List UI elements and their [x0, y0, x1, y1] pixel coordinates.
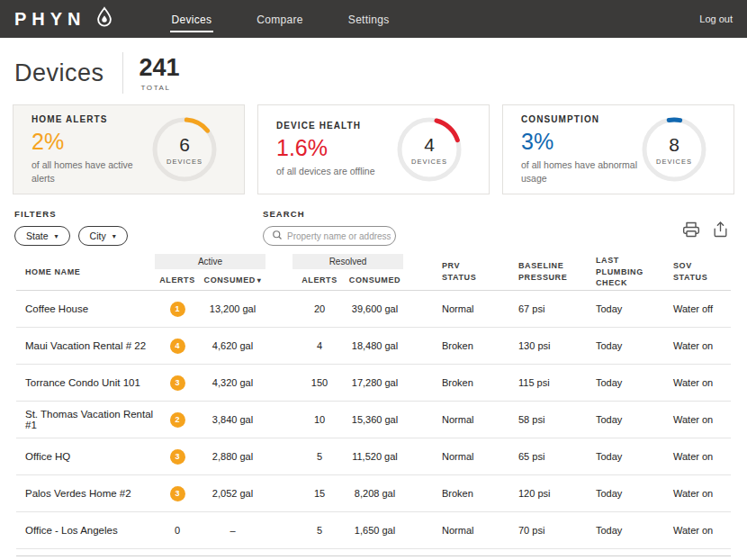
active-alerts-cell: 2	[155, 412, 200, 428]
resolved-consumed-cell: 1,650 gal	[346, 525, 403, 536]
active-alerts-cell: 4	[155, 339, 200, 354]
table-row[interactable]: Office - Los Angeles0–51,650 galNormal70…	[16, 512, 731, 549]
prv-status-cell: Broken	[442, 488, 518, 499]
chevron-down-icon: ▾	[55, 232, 58, 240]
device-health-card[interactable]: DEVICE HEALTH 1.6% of all devices are of…	[257, 104, 490, 194]
col-baseline-pressure[interactable]: BASELINE PRESSURE	[518, 260, 596, 283]
nav-links: Devices Compare Settings	[170, 6, 392, 32]
resolved-consumed-cell: 15,360 gal	[346, 414, 403, 425]
active-group-header: Active	[155, 254, 266, 269]
table-bottom-divider	[16, 555, 731, 556]
table-row[interactable]: Maui Vacation Rental # 2244,620 gal418,4…	[16, 328, 731, 365]
card-label: DEVICE HEALTH	[276, 121, 375, 131]
export-share-button[interactable]	[712, 221, 729, 242]
col-active-alerts[interactable]: ALERTS	[155, 275, 200, 285]
brand-logo[interactable]: PHYN	[14, 6, 114, 32]
col-prv-status[interactable]: PRV STATUS	[442, 260, 518, 283]
col-active-consumed[interactable]: CONSUMED▾	[200, 275, 266, 285]
table-row[interactable]: Palos Verdes Home #232,052 gal158,208 ga…	[16, 475, 731, 512]
gauge-caption: DEVICES	[411, 158, 447, 166]
last-plumbing-check-cell: Today	[596, 303, 673, 314]
sov-status-cell: Water on	[673, 414, 731, 425]
sov-status-cell: Water on	[673, 340, 731, 351]
nav-tab-settings[interactable]: Settings	[346, 6, 392, 32]
col-last-plumbing-check[interactable]: LAST PLUMBING CHECK	[596, 255, 673, 289]
home-name-cell: Office - Los Angeles	[16, 525, 155, 536]
sov-status-cell: Water on	[673, 451, 731, 462]
city-filter-dropdown[interactable]: City ▾	[78, 226, 128, 246]
top-nav: PHYN Devices Compare Settings Log out	[0, 0, 747, 38]
card-description: of all devices are offline	[276, 165, 375, 177]
active-consumed-cell: 2,880 gal	[200, 451, 266, 462]
last-plumbing-check-cell: Today	[596, 340, 673, 351]
resolved-alerts-cell: 5	[292, 451, 346, 462]
card-percent: 1.6%	[276, 135, 375, 161]
home-name-cell: Maui Vacation Rental # 22	[16, 340, 155, 351]
gauge-caption: DEVICES	[166, 158, 202, 166]
state-filter-dropdown[interactable]: State ▾	[14, 226, 70, 246]
alert-count-badge: 3	[170, 375, 185, 391]
resolved-alerts-cell: 15	[292, 488, 346, 499]
home-alerts-card[interactable]: HOME ALERTS 2% of all homes have active …	[13, 104, 245, 194]
card-label: CONSUMPTION	[521, 114, 638, 124]
baseline-pressure-cell: 67 psi	[518, 303, 596, 314]
chevron-down-icon: ▾	[112, 232, 116, 240]
table-row[interactable]: Coffee House113,200 gal2039,600 galNorma…	[16, 291, 731, 328]
baseline-pressure-cell: 120 psi	[518, 488, 596, 499]
active-consumed-cell: 13,200 gal	[200, 303, 266, 314]
search-input[interactable]	[287, 231, 391, 241]
state-filter-value: State	[26, 230, 49, 241]
last-plumbing-check-cell: Today	[596, 488, 673, 499]
last-plumbing-check-cell: Today	[596, 525, 673, 536]
gauge-caption: DEVICES	[656, 158, 692, 166]
search-box	[263, 226, 396, 246]
consumption-card[interactable]: CONSUMPTION 3% of all homes have abnorma…	[502, 104, 734, 194]
alert-count-badge: 4	[170, 339, 185, 354]
active-alerts-cell: 3	[155, 449, 200, 465]
active-alerts-cell: 1	[155, 302, 200, 317]
resolved-consumed-cell: 18,480 gal	[346, 340, 403, 351]
page-title: Devices	[14, 59, 122, 87]
title-bar: Devices 241 TOTAL	[0, 38, 747, 104]
active-consumed-cell: –	[200, 525, 266, 536]
col-home-name[interactable]: HOME NAME	[16, 267, 155, 276]
nav-tab-compare[interactable]: Compare	[255, 6, 304, 32]
controls-row: FILTERS State ▾ City ▾ SEARCH	[0, 194, 747, 245]
alert-count-badge: 1	[170, 302, 185, 317]
print-button[interactable]	[682, 221, 700, 242]
home-name-cell: St. Thomas Vacation Rental #1	[16, 409, 155, 430]
sov-status-cell: Water off	[673, 303, 731, 314]
col-resolved-alerts[interactable]: ALERTS	[292, 275, 346, 285]
active-alerts-cell: 3	[155, 375, 200, 391]
device-health-gauge: 4 DEVICES	[393, 113, 465, 185]
card-description: of all homes have active alerts	[32, 158, 148, 184]
resolved-consumed-cell: 17,280 gal	[346, 377, 403, 388]
sov-status-cell: Water on	[673, 488, 731, 499]
col-sov-status[interactable]: SOV STATUS	[673, 260, 731, 283]
home-name-cell: Torrance Condo Unit 101	[16, 377, 155, 388]
col-resolved-consumed[interactable]: CONSUMED	[346, 275, 403, 285]
prv-status-cell: Broken	[442, 377, 518, 388]
logout-button[interactable]: Log out	[699, 14, 733, 24]
gauge-count: 6	[179, 134, 190, 156]
last-plumbing-check-cell: Today	[596, 377, 673, 388]
resolved-alerts-cell: 20	[292, 303, 346, 314]
resolved-alerts-cell: 10	[292, 414, 346, 425]
resolved-group-header: Resolved	[292, 254, 403, 269]
sov-status-cell: Water on	[673, 525, 731, 536]
device-total: 241 TOTAL	[123, 50, 180, 95]
prv-status-cell: Normal	[442, 525, 518, 536]
nav-tab-devices[interactable]: Devices	[170, 6, 214, 32]
resolved-consumed-cell: 8,208 gal	[346, 488, 403, 499]
alert-count-badge: 2	[170, 412, 185, 428]
water-drop-icon	[94, 6, 114, 32]
active-alerts-cell: 3	[155, 486, 200, 501]
table-row[interactable]: Office HQ32,880 gal511,520 galNormal65 p…	[16, 438, 731, 475]
prv-status-cell: Normal	[442, 451, 518, 462]
table-row[interactable]: St. Thomas Vacation Rental #123,840 gal1…	[16, 402, 731, 438]
table-row[interactable]: Torrance Condo Unit 10134,320 gal15017,2…	[16, 365, 731, 402]
sov-status-cell: Water on	[673, 377, 731, 388]
gauge-count: 8	[669, 134, 680, 156]
card-description: of all homes have abnormal usage	[521, 158, 638, 184]
resolved-alerts-cell: 5	[292, 525, 346, 536]
